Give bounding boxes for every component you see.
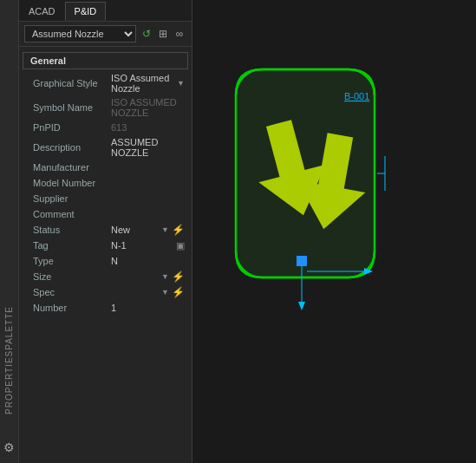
prop-label-description: Description (33, 142, 111, 153)
prop-label-tag: Tag (33, 240, 111, 251)
prop-row-type: Type N (19, 253, 192, 269)
prop-row-description: Description ASSUMED NOZZLE (19, 135, 192, 160)
prop-row-model-number: Model Number (19, 175, 192, 191)
tab-bar: ACAD P&ID (19, 0, 192, 22)
tag-value-row: N-1 ▣ (111, 240, 185, 251)
number-value: 1 (111, 303, 185, 313)
status-value: New (111, 225, 159, 235)
tab-acad[interactable]: ACAD (19, 2, 65, 21)
prop-label-supplier: Supplier (33, 193, 111, 204)
palette-title: PROPERTIESPALETTE (4, 306, 14, 414)
spec-dropdown-arrow[interactable]: ▼ (161, 288, 169, 297)
prop-row-graphical-style: Graphical Style ISO Assumed Nozzle ▼ (19, 71, 192, 95)
type-value: N (111, 256, 185, 266)
main-content: ACAD P&ID Assumed Nozzle ↺ ⊞ ∞ General G… (19, 0, 476, 463)
symbol-name-value: ISO ASSUMED NOZZLE (111, 97, 185, 118)
side-palette-label: PROPERTIESPALETTE ⚙ (0, 0, 19, 463)
drawing-area[interactable]: B-001 (192, 0, 476, 463)
prop-label-model-number: Model Number (33, 178, 111, 188)
style-dropdown-row: Assumed Nozzle ↺ ⊞ ∞ (19, 22, 192, 47)
refresh-icon[interactable]: ↺ (140, 27, 153, 41)
tab-pid[interactable]: P&ID (65, 2, 107, 21)
prop-label-pnpid: PnPID (33, 122, 111, 133)
prop-label-size: Size (33, 271, 111, 282)
prop-row-status: Status New ▼ ⚡ (19, 222, 192, 238)
size-value-row: ▼ ⚡ (111, 271, 185, 283)
prop-label-comment: Comment (33, 209, 111, 219)
status-lightning-icon[interactable]: ⚡ (172, 224, 185, 236)
assumed-nozzle-select[interactable]: Assumed Nozzle (24, 25, 136, 42)
properties-panel: ACAD P&ID Assumed Nozzle ↺ ⊞ ∞ General G… (19, 0, 192, 463)
graphical-style-value: ISO Assumed Nozzle (111, 73, 174, 94)
prop-row-number: Number 1 (19, 300, 192, 316)
section-general: General (23, 52, 188, 69)
prop-row-symbol-name: Symbol Name ISO ASSUMED NOZZLE (19, 95, 192, 120)
gear-icon[interactable]: ⚙ (3, 440, 15, 454)
prop-value-graphical-style: ISO Assumed Nozzle ▼ (111, 73, 185, 94)
size-dropdown-arrow[interactable]: ▼ (161, 272, 169, 281)
status-value-row: New ▼ ⚡ (111, 224, 185, 236)
properties-content: General Graphical Style ISO Assumed Nozz… (19, 47, 192, 463)
grid-icon[interactable]: ⊞ (156, 27, 170, 41)
nozzle-svg: B-001 (192, 0, 470, 463)
tag-label: B-001 (344, 91, 369, 101)
graphical-style-dropdown-arrow[interactable]: ▼ (177, 79, 185, 88)
prop-label-number: Number (33, 303, 111, 313)
prop-row-comment: Comment (19, 206, 192, 222)
prop-label-symbol-name: Symbol Name (33, 102, 111, 113)
prop-label-graphical-style: Graphical Style (33, 78, 111, 88)
status-dropdown-arrow[interactable]: ▼ (161, 225, 169, 234)
size-lightning-icon[interactable]: ⚡ (172, 271, 185, 283)
prop-label-type: Type (33, 256, 111, 266)
pnpid-value: 613 (111, 122, 185, 133)
description-value: ASSUMED NOZZLE (111, 137, 185, 158)
spec-lightning-icon[interactable]: ⚡ (172, 286, 185, 298)
tag-grid-icon[interactable]: ▣ (176, 240, 185, 251)
prop-row-supplier: Supplier (19, 191, 192, 206)
tag-value: N-1 (111, 240, 173, 251)
prop-row-pnpid: PnPID 613 (19, 120, 192, 135)
prop-label-spec: Spec (33, 287, 111, 297)
toolbar-icons: ↺ ⊞ ∞ (140, 27, 186, 41)
prop-row-tag: Tag N-1 ▣ (19, 238, 192, 253)
prop-label-manufacturer: Manufacturer (33, 162, 111, 173)
prop-row-spec: Spec ▼ ⚡ (19, 284, 192, 300)
prop-label-status: Status (33, 225, 111, 235)
spec-value-row: ▼ ⚡ (111, 286, 185, 298)
svg-rect-4 (297, 256, 307, 266)
link-icon[interactable]: ∞ (173, 27, 186, 41)
prop-row-manufacturer: Manufacturer (19, 160, 192, 175)
prop-row-size: Size ▼ ⚡ (19, 269, 192, 284)
